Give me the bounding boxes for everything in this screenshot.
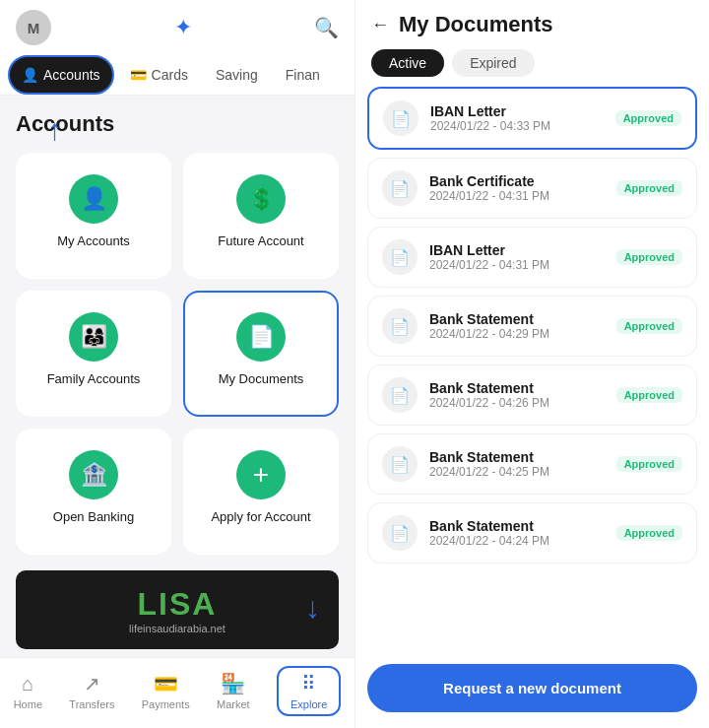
tab-active[interactable]: Active <box>371 49 444 77</box>
doc-badge-stmt-2: Approved <box>616 387 682 403</box>
grid-item-my-accounts[interactable]: 👤 My Accounts <box>16 153 171 279</box>
doc-badge-stmt-4: Approved <box>616 525 682 541</box>
doc-item-bank-cert[interactable]: 📄 Bank Certificate 2024/01/22 - 04:31 PM… <box>367 158 697 219</box>
doc-item-iban-2[interactable]: 📄 IBAN Letter 2024/01/22 - 04:31 PM Appr… <box>367 227 697 288</box>
top-bar: M ✦ 🔍 <box>0 0 354 55</box>
open-banking-icon: 🏦 <box>69 450 118 499</box>
cards-tab-icon: 💳 <box>130 67 147 83</box>
market-icon: 🏪 <box>221 672 245 695</box>
bottom-nav-market[interactable]: 🏪 Market <box>217 672 250 710</box>
future-account-label: Future Account <box>218 233 303 248</box>
doc-name-stmt-3: Bank Statement <box>429 449 605 465</box>
doc-name-iban-1: IBAN Letter <box>430 103 604 119</box>
doc-date-stmt-4: 2024/01/22 - 04:24 PM <box>429 534 605 548</box>
bottom-nav-payments[interactable]: 💳 Payments <box>142 672 190 710</box>
doc-name-stmt-1: Bank Statement <box>429 311 605 327</box>
doc-info-stmt-1: Bank Statement 2024/01/22 - 04:29 PM <box>429 311 605 341</box>
tab-cards[interactable]: 💳 Cards <box>118 57 200 93</box>
back-button[interactable]: ← <box>371 15 389 35</box>
grid-item-future-account[interactable]: 💲 Future Account <box>183 153 339 279</box>
accounts-grid: 👤 My Accounts 💲 Future Account 👨‍👩‍👧 Fam… <box>0 145 354 563</box>
family-accounts-icon: 👨‍👩‍👧 <box>69 312 118 362</box>
right-panel: ← My Documents Active Expired 📄 IBAN Let… <box>354 0 709 728</box>
bottom-nav-home[interactable]: ⌂ Home <box>14 673 42 710</box>
bottom-nav-explore[interactable]: ⠿ Explore <box>277 666 341 716</box>
arrow-up-annotation: ↑ <box>47 113 62 147</box>
doc-item-bank-stmt-4[interactable]: 📄 Bank Statement 2024/01/22 - 04:24 PM A… <box>367 502 697 563</box>
bottom-nav: ⌂ Home ↗ Transfers 💳 Payments 🏪 Market ⠿… <box>0 657 354 728</box>
my-documents-icon: 📄 <box>236 312 286 362</box>
doc-name-stmt-4: Bank Statement <box>429 518 605 534</box>
search-button[interactable]: 🔍 <box>314 16 339 39</box>
tab-expired[interactable]: Expired <box>452 49 534 77</box>
doc-item-bank-stmt-1[interactable]: 📄 Bank Statement 2024/01/22 - 04:29 PM A… <box>367 296 697 357</box>
doc-badge-iban-1: Approved <box>615 110 681 126</box>
transfers-label: Transfers <box>69 698 114 710</box>
doc-file-icon-bank-cert: 📄 <box>382 170 418 206</box>
watermark-url: lifeinsaudiarabia.net <box>129 623 226 634</box>
home-label: Home <box>14 698 42 710</box>
payments-icon: 💳 <box>154 672 178 695</box>
apply-account-icon: + <box>236 450 286 499</box>
grid-item-my-documents[interactable]: 📄 My Documents <box>183 291 339 417</box>
cards-tab-label: Cards <box>152 67 188 83</box>
doc-name-bank-cert: Bank Certificate <box>429 173 605 189</box>
doc-badge-stmt-1: Approved <box>616 318 682 334</box>
doc-badge-iban-2: Approved <box>616 249 682 265</box>
my-accounts-icon: 👤 <box>69 174 118 224</box>
doc-date-bank-cert: 2024/01/22 - 04:31 PM <box>429 189 605 203</box>
doc-item-bank-stmt-2[interactable]: 📄 Bank Statement 2024/01/22 - 04:26 PM A… <box>367 364 697 426</box>
doc-date-iban-2: 2024/01/22 - 04:31 PM <box>429 258 605 272</box>
market-label: Market <box>217 698 250 710</box>
home-icon: ⌂ <box>22 673 33 695</box>
page-title: My Documents <box>399 12 552 37</box>
logo-icon: ✦ <box>174 15 192 40</box>
grid-item-apply-for-account[interactable]: + Apply for Account <box>183 429 339 555</box>
saving-tab-label: Saving <box>216 67 258 83</box>
doc-tabs: Active Expired <box>355 45 709 87</box>
my-accounts-label: My Accounts <box>57 233 130 248</box>
doc-item-bank-stmt-3[interactable]: 📄 Bank Statement 2024/01/22 - 04:25 PM A… <box>367 433 697 495</box>
nav-tabs: 👤 Accounts 💳 Cards Saving Finan <box>0 55 354 96</box>
watermark-text: LISA <box>138 586 218 623</box>
family-accounts-label: Family Accounts <box>47 371 141 386</box>
finan-tab-label: Finan <box>286 67 320 83</box>
right-header: ← My Documents <box>355 0 709 45</box>
tab-accounts[interactable]: 👤 Accounts <box>8 55 114 95</box>
explore-label: Explore <box>290 698 327 710</box>
doc-file-icon-stmt-3: 📄 <box>382 446 418 482</box>
doc-item-iban-1[interactable]: 📄 IBAN Letter 2024/01/22 - 04:33 PM Appr… <box>367 87 697 150</box>
doc-name-stmt-2: Bank Statement <box>429 380 605 396</box>
doc-info-iban-2: IBAN Letter 2024/01/22 - 04:31 PM <box>429 242 605 272</box>
doc-file-icon-stmt-4: 📄 <box>382 515 418 551</box>
watermark-area: LISA lifeinsaudiarabia.net <box>16 570 339 649</box>
doc-file-icon-iban-2: 📄 <box>382 239 418 275</box>
doc-badge-bank-cert: Approved <box>616 180 682 196</box>
doc-date-stmt-1: 2024/01/22 - 04:29 PM <box>429 327 605 341</box>
accounts-tab-label: Accounts <box>43 67 100 83</box>
explore-icon: ⠿ <box>301 672 316 695</box>
bottom-nav-transfers[interactable]: ↗ Transfers <box>69 672 114 710</box>
doc-date-stmt-3: 2024/01/22 - 04:25 PM <box>429 465 605 479</box>
tab-saving[interactable]: Saving <box>204 57 270 93</box>
left-panel: M ✦ 🔍 👤 Accounts 💳 Cards Saving Finan ↑ … <box>0 0 354 728</box>
doc-name-iban-2: IBAN Letter <box>429 242 605 258</box>
doc-badge-stmt-3: Approved <box>616 456 682 472</box>
apply-for-account-label: Apply for Account <box>211 509 310 524</box>
doc-info-stmt-3: Bank Statement 2024/01/22 - 04:25 PM <box>429 449 605 479</box>
document-list: 📄 IBAN Letter 2024/01/22 - 04:33 PM Appr… <box>355 87 709 654</box>
doc-date-iban-1: 2024/01/22 - 04:33 PM <box>430 119 604 133</box>
my-documents-label: My Documents <box>219 371 304 386</box>
doc-file-icon-stmt-1: 📄 <box>382 308 418 344</box>
request-new-document-button[interactable]: Request a new document <box>367 664 697 712</box>
tab-finan[interactable]: Finan <box>274 57 332 93</box>
doc-info-stmt-2: Bank Statement 2024/01/22 - 04:26 PM <box>429 380 605 410</box>
arrow-down-annotation: ↓ <box>305 591 320 625</box>
avatar: M <box>16 10 51 45</box>
open-banking-label: Open Banking <box>53 509 134 524</box>
future-account-icon: 💲 <box>236 174 286 224</box>
grid-item-open-banking[interactable]: 🏦 Open Banking <box>16 429 171 555</box>
doc-date-stmt-2: 2024/01/22 - 04:26 PM <box>429 396 605 410</box>
grid-item-family-accounts[interactable]: 👨‍👩‍👧 Family Accounts <box>16 291 171 417</box>
accounts-tab-icon: 👤 <box>22 67 38 83</box>
